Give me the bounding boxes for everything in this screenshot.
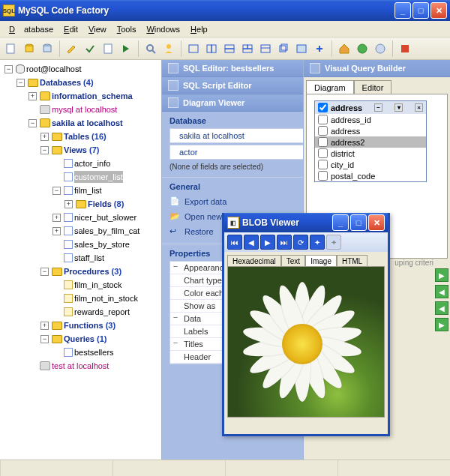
table-box[interactable]: address − ▾ × address_id address address… bbox=[314, 100, 427, 182]
nav-first[interactable]: ⏮ bbox=[227, 235, 242, 250]
tb-win8[interactable] bbox=[311, 40, 328, 57]
nav-next[interactable]: ▶ bbox=[260, 235, 275, 250]
tb-edit[interactable] bbox=[64, 40, 80, 57]
blob-viewer-window[interactable]: ◧ BLOB Viewer _ □ ✕ ⏮ ◀ ▶ ⏭ ⟳ ✦ ✦ Hexade… bbox=[222, 213, 390, 436]
tb-stop[interactable] bbox=[372, 40, 388, 57]
side-btn-right[interactable]: ▶ bbox=[435, 268, 448, 282]
tb-win1[interactable] bbox=[185, 40, 202, 57]
close-button[interactable]: ✕ bbox=[430, 2, 447, 19]
nav-refresh[interactable]: ⟳ bbox=[293, 235, 308, 250]
view-icon bbox=[64, 226, 73, 235]
tree-views[interactable]: Views (7) bbox=[64, 144, 100, 156]
tb-new[interactable] bbox=[3, 40, 20, 57]
tree-view-item[interactable]: staff_list bbox=[74, 252, 104, 264]
tab-hex[interactable]: Hexadecimal bbox=[227, 255, 281, 267]
tb-check[interactable] bbox=[82, 40, 98, 57]
svg-point-8 bbox=[166, 44, 171, 49]
menu-edit[interactable]: Edit bbox=[59, 23, 82, 35]
tb-win4[interactable] bbox=[239, 40, 256, 57]
tree-view-item[interactable]: nicer_but_slower bbox=[74, 211, 136, 223]
tree-proc-item[interactable]: rewards_report bbox=[74, 306, 130, 318]
expander-icon[interactable]: − bbox=[4, 65, 13, 73]
tree-panel[interactable]: −root@localhost −Databases (4) +informat… bbox=[0, 60, 162, 460]
blob-icon: ◧ bbox=[227, 217, 239, 229]
tree-queries[interactable]: Queries (1) bbox=[64, 333, 107, 345]
view-icon bbox=[64, 186, 73, 195]
tree-mysql[interactable]: mysql at localhost bbox=[52, 103, 117, 115]
tree-databases[interactable]: Databases (4) bbox=[40, 76, 94, 88]
vqb-header[interactable]: Visual Query Builder bbox=[304, 60, 450, 77]
menu-database[interactable]: Database bbox=[4, 23, 58, 35]
nav-zoom[interactable]: ✦ bbox=[310, 235, 325, 250]
tab-text[interactable]: Text bbox=[281, 255, 305, 267]
svg-rect-2 bbox=[26, 46, 33, 52]
menu-windows[interactable]: Windows bbox=[142, 23, 184, 35]
col-item[interactable]: address2 bbox=[315, 136, 426, 148]
table-close-icon[interactable]: × bbox=[415, 103, 423, 112]
tb-user[interactable] bbox=[160, 40, 177, 57]
col-item[interactable]: address_id bbox=[315, 114, 426, 125]
tree-proc-item[interactable]: film_not_in_stock bbox=[74, 292, 138, 304]
table-checkbox[interactable] bbox=[318, 103, 328, 112]
tb-script[interactable] bbox=[100, 40, 116, 57]
tb-win3[interactable] bbox=[221, 40, 238, 57]
database-icon bbox=[40, 91, 50, 100]
tb-world[interactable] bbox=[354, 40, 370, 57]
tab-editor[interactable]: Editor bbox=[354, 80, 392, 94]
blob-minimize[interactable]: _ bbox=[332, 214, 349, 231]
tree-view-item[interactable]: actor_info bbox=[74, 157, 110, 169]
col-item[interactable]: postal_code bbox=[315, 170, 426, 181]
tb-win5[interactable] bbox=[257, 40, 274, 57]
col-item[interactable]: address bbox=[315, 125, 426, 136]
tree-info-schema[interactable]: information_schema bbox=[52, 90, 133, 102]
svg-rect-9 bbox=[189, 45, 198, 52]
tb-exit[interactable] bbox=[397, 40, 413, 57]
maximize-button[interactable]: □ bbox=[412, 2, 429, 19]
side-btn-right2[interactable]: ▶ bbox=[435, 318, 448, 331]
tree-test[interactable]: test at localhost bbox=[52, 360, 109, 372]
blob-close[interactable]: ✕ bbox=[368, 214, 385, 231]
tree-root[interactable]: root@localhost bbox=[26, 63, 82, 75]
tree-view-item[interactable]: sales_by_store bbox=[74, 238, 130, 250]
folder-icon bbox=[52, 335, 62, 343]
menu-tools[interactable]: Tools bbox=[112, 23, 141, 35]
menu-help[interactable]: Help bbox=[186, 23, 212, 35]
tb-home[interactable] bbox=[336, 40, 352, 57]
tab-image[interactable]: Image bbox=[305, 255, 337, 267]
svg-rect-0 bbox=[7, 44, 14, 53]
tree-view-item[interactable]: sales_by_film_cat bbox=[74, 225, 140, 237]
col-item[interactable]: city_id bbox=[315, 159, 426, 170]
tree-view-item[interactable]: film_list bbox=[74, 184, 102, 196]
side-btn-left[interactable]: ◀ bbox=[435, 285, 448, 298]
tab-diagram[interactable]: Diagram bbox=[306, 80, 354, 94]
tb-run[interactable] bbox=[118, 40, 134, 57]
folder-icon bbox=[52, 146, 62, 154]
tree-fields[interactable]: Fields (8) bbox=[88, 198, 124, 210]
tb-win2[interactable] bbox=[203, 40, 220, 57]
tree-proc-item[interactable]: film_in_stock bbox=[74, 279, 122, 291]
table-min-icon[interactable]: − bbox=[374, 103, 382, 112]
menu-view[interactable]: View bbox=[84, 23, 111, 35]
tree-sakila[interactable]: sakila at localhost bbox=[52, 117, 123, 129]
table-drop-icon[interactable]: ▾ bbox=[394, 103, 403, 112]
tb-find[interactable] bbox=[142, 40, 159, 57]
svg-rect-21 bbox=[297, 45, 306, 52]
col-item[interactable]: district bbox=[315, 148, 426, 159]
database-icon bbox=[40, 118, 50, 127]
tb-win7[interactable] bbox=[293, 40, 310, 57]
tab-html[interactable]: HTML bbox=[337, 255, 368, 267]
tb-win6[interactable] bbox=[275, 40, 292, 57]
tree-procedures[interactable]: Procedures (3) bbox=[64, 265, 122, 277]
tree-view-item[interactable]: customer_list bbox=[74, 171, 123, 183]
tb-db2[interactable] bbox=[39, 40, 56, 57]
nav-last[interactable]: ⏭ bbox=[277, 235, 292, 250]
nav-prev[interactable]: ◀ bbox=[244, 235, 259, 250]
tree-tables[interactable]: Tables (16) bbox=[64, 130, 106, 142]
blob-maximize[interactable]: □ bbox=[350, 214, 367, 231]
tree-functions[interactable]: Functions (3) bbox=[64, 319, 116, 331]
tree-query-item[interactable]: bestsellers bbox=[74, 346, 114, 358]
minimize-button[interactable]: _ bbox=[394, 2, 411, 19]
tb-db[interactable] bbox=[21, 40, 38, 57]
side-btn-left2[interactable]: ◀ bbox=[435, 301, 448, 315]
svg-rect-5 bbox=[104, 44, 112, 53]
